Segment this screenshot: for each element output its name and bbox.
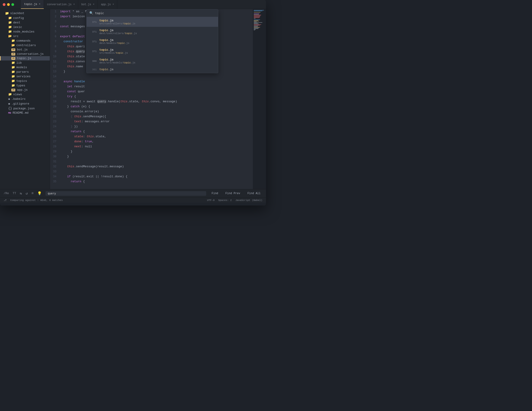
result-info: topic.js src/models/topic.js: [99, 48, 214, 54]
result-filename: topic.js: [99, 29, 114, 32]
close-icon[interactable]: ×: [73, 3, 75, 6]
mini-line: [254, 16, 260, 17]
code-line: 14: [50, 74, 266, 79]
search-dropdown[interactable]: 🔍 371 topic.js src/controllers/topic.js …: [86, 9, 218, 73]
mini-line: [254, 28, 259, 28]
close-icon[interactable]: ×: [93, 3, 94, 6]
result-line-number: 366: [90, 60, 97, 63]
search-input-row: 🔍: [87, 9, 218, 17]
mini-line: [254, 26, 258, 27]
code-line: 29 }: [50, 149, 266, 154]
status-bar: ⎇ Comparing against : HEAD, 6 matches UT…: [0, 197, 266, 203]
code-line: 32 this.sendMessage(result.message): [50, 164, 266, 169]
sidebar-item-lexic[interactable]: 📁 lexic: [0, 25, 50, 29]
code-line: 21 console.error(e): [50, 109, 266, 114]
sidebar-item-src[interactable]: 📂 src: [0, 34, 50, 38]
search-icon: 🔍: [89, 11, 93, 15]
minimap-content: [253, 9, 266, 31]
mini-line: [254, 13, 259, 14]
search-result-item[interactable]: 371 topic.js src/controllers/topic.js: [87, 17, 218, 27]
sidebar-root-label: slackbot: [10, 12, 24, 15]
tab-conversation-js[interactable]: conversation.js ×: [44, 0, 78, 9]
sidebar-item-config[interactable]: 📁 config: [0, 16, 50, 20]
search-result-item[interactable]: 371 topic.js src/models/topic.js: [87, 46, 218, 56]
sidebar-item-label: controllers: [16, 44, 36, 47]
tab-topic-js[interactable]: topic.js ×: [21, 0, 44, 9]
window-controls: [3, 3, 14, 6]
list-button[interactable]: ≡: [31, 191, 34, 195]
mini-line: [254, 18, 256, 19]
sidebar-item-services[interactable]: 📁 services: [0, 74, 50, 79]
mini-line: [254, 19, 260, 20]
sidebar-item-conversation-js[interactable]: JS conversation.js: [0, 52, 50, 56]
maximize-button[interactable]: [11, 3, 14, 6]
js-file-icon: JS: [11, 57, 15, 60]
sidebar-item-label: .babelrc: [11, 97, 26, 101]
sidebar-item-package-json[interactable]: {} package.json: [0, 106, 50, 111]
mini-line: [254, 14, 259, 15]
find-all-button[interactable]: Find All: [246, 191, 262, 196]
sidebar-item-gitignore[interactable]: ✱ .gitignore: [0, 101, 50, 106]
sidebar-item-dest[interactable]: 📁 dest: [0, 20, 50, 25]
close-button[interactable]: [3, 3, 5, 6]
sidebar-root: 📁 slackbot: [0, 11, 50, 16]
sidebar-item-topics[interactable]: 📁 topics: [0, 79, 50, 83]
search-result-item[interactable]: 361 topic.js: [87, 66, 218, 73]
search-result-item[interactable]: 371 topic.js dest/controllers/topic.js: [87, 27, 218, 37]
mini-line: [254, 15, 261, 16]
sidebar-item-models[interactable]: 📁 models: [0, 65, 50, 70]
search-input[interactable]: [95, 11, 215, 15]
result-line-number: 371: [90, 50, 97, 53]
sidebar-item-babelrc[interactable]: ✱ .babelrc: [0, 97, 50, 101]
tab-app-js[interactable]: app.js ×: [98, 0, 117, 9]
sidebar-item-bot-js[interactable]: JS bot.js: [0, 48, 50, 52]
status-left: ⎇ Comparing against : HEAD, 6 matches: [4, 199, 63, 202]
close-icon[interactable]: ×: [39, 3, 40, 5]
case-button[interactable]: TT: [12, 192, 16, 195]
git-status: Comparing against : HEAD, 6 matches: [10, 199, 63, 202]
sidebar-item-label: parsers: [16, 70, 29, 74]
result-path: src/controllers/topic.js: [99, 22, 214, 25]
find-prev-button[interactable]: Find Prev: [224, 191, 242, 196]
tab-bot-js[interactable]: bot.js ×: [78, 0, 98, 9]
regex-button[interactable]: /Re: [4, 192, 9, 195]
search-result-item[interactable]: 371 topic.js dest/models/topic.js: [87, 37, 218, 46]
code-line: 17 const quer: [50, 89, 266, 94]
close-icon[interactable]: ×: [113, 3, 114, 6]
find-input[interactable]: [48, 192, 204, 195]
sidebar-item-readme[interactable]: MD README.md: [0, 111, 50, 115]
code-line: 31: [50, 159, 266, 164]
result-line-number: 371: [90, 21, 97, 23]
sidebar-item-commands[interactable]: 📁 commands: [0, 38, 50, 43]
sidebar-item-topic-js[interactable]: JS topic.js: [0, 56, 50, 60]
code-line: 25 return {: [50, 129, 266, 134]
sidebar-item-label: models: [16, 66, 27, 69]
folder-closed-icon: 📁: [8, 25, 12, 29]
word-button[interactable]: ⇆: [20, 191, 22, 196]
mini-line: [254, 21, 259, 21]
bulb-button[interactable]: 💡: [37, 191, 42, 196]
search-result-item[interactable]: 366 topic.js dest/src/models/topic.js: [87, 56, 218, 66]
sidebar-item-node-modules[interactable]: 📁 node_modules: [0, 29, 50, 34]
sidebar-item-controllers[interactable]: 📂 controllers: [0, 43, 50, 48]
refresh-button[interactable]: ↺: [26, 191, 28, 196]
mini-line: [254, 24, 259, 24]
result-line-number: 371: [90, 30, 97, 33]
code-line: 19 result = await query.handle(this.stat…: [50, 99, 266, 104]
sidebar-item-app-js[interactable]: JS app.js: [0, 88, 50, 92]
language-label: JavaScript (Babel): [235, 199, 262, 202]
minimize-button[interactable]: [7, 3, 10, 6]
tab-label: bot.js: [81, 3, 91, 6]
mini-line: [254, 12, 261, 12]
folder-closed-icon: 📁: [11, 75, 15, 78]
mini-line: [254, 30, 255, 30]
find-button[interactable]: Find: [210, 191, 220, 196]
tab-label: topic.js: [24, 3, 37, 6]
sidebar-item-label: node_modules: [13, 30, 35, 33]
sidebar-item-lib[interactable]: 📁 lib: [0, 60, 50, 65]
sidebar-item-parsers[interactable]: 📁 parsers: [0, 70, 50, 74]
sidebar-item-views[interactable]: 📁 views: [0, 92, 50, 97]
code-line: 24 } }): [50, 124, 266, 129]
sidebar-item-types[interactable]: 📁 types: [0, 83, 50, 88]
sidebar-item-label: lexic: [13, 26, 22, 29]
